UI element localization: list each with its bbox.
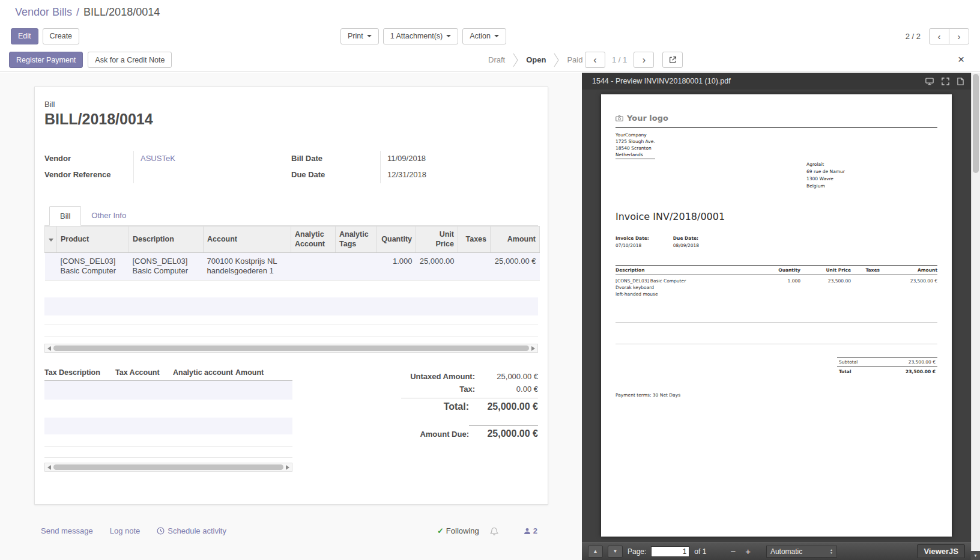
open-attachment-new-window-button[interactable] [662,52,683,68]
invoice-totals: Subtotal 23,500.00 € Total 23,500.00 € [837,357,937,376]
tax-lines-table: Tax Description Tax Account Analytic acc… [44,368,292,472]
scrollbar-thumb[interactable] [973,74,979,173]
empty-row [44,281,538,297]
page-down-button[interactable]: ▼ [608,546,623,558]
tax-horizontal-scrollbar[interactable] [44,463,292,472]
ask-credit-note-button[interactable]: Ask for a Credit Note [88,52,172,68]
tax-col-account: Tax Account [115,368,173,377]
empty-row [44,315,538,324]
page-up-button[interactable]: ▲ [588,546,603,558]
col-header-unit-price[interactable]: Unit Price [416,227,458,253]
invoice-lines-table: Product Description Account Analytic Acc… [44,226,540,281]
page-number-input[interactable] [651,546,689,557]
create-button[interactable]: Create [43,28,80,44]
edit-button[interactable]: Edit [11,28,38,44]
breadcrumb-current: BILL/2018/0014 [83,6,160,19]
col-header-taxes[interactable]: Taxes [458,227,491,253]
form-view: Bill BILL/2018/0014 Vendor ASUSTeK Vendo… [0,73,582,560]
print-menu-button[interactable]: Print [340,28,379,44]
cell-analytic-account [291,252,336,281]
scroll-right-icon[interactable] [286,465,289,470]
pdf-page: Your logo YourCompany 1725 Slough Ave. 1… [601,94,952,537]
attachments-menu-label: 1 Attachment(s) [390,32,443,40]
vendor-label: Vendor [44,151,133,167]
tax-value: 0.00 € [475,385,538,394]
scroll-left-icon[interactable] [47,346,51,351]
status-draft[interactable]: Draft [480,55,513,64]
tax-col-amount: Amount [235,368,292,377]
scrollbar-thumb[interactable] [53,464,283,470]
zoom-select[interactable]: Automatic ▲▼ [766,546,837,558]
download-document-icon[interactable] [957,78,964,85]
sheet-bottom-section: Tax Description Tax Account Analytic acc… [44,368,538,472]
pdf-viewport[interactable]: Your logo YourCompany 1725 Slough Ave. 1… [582,90,971,542]
untaxed-amount-value: 25,000.00 € [475,372,538,381]
zoom-in-button[interactable]: + [743,547,753,556]
statusbar-arrow-icon [513,52,518,68]
log-note-button[interactable]: Log note [110,526,141,535]
schedule-activity-button[interactable]: Schedule activity [157,526,226,535]
company-logo-text: Your logo [627,114,668,123]
presentation-mode-icon[interactable] [925,78,934,85]
empty-row [44,297,538,315]
action-menu-button[interactable]: Action [462,28,506,44]
field-group-left: Vendor ASUSTeK Vendor Reference [44,151,285,183]
following-toggle[interactable]: ✓Following [437,526,479,535]
pdf-preview-panel: 1544 - Preview INVINV20180001 (10).pdf [582,73,971,560]
bill-date-field[interactable]: 11/09/2018 [380,151,531,167]
cell-amount: 25,000.00 € [491,252,540,281]
attachments-menu-button[interactable]: 1 Attachment(s) [383,28,459,44]
window-scrollbar[interactable]: ▼ [971,73,980,560]
register-payment-button[interactable]: Register Payment [9,52,83,68]
breadcrumb-parent-link[interactable]: Vendor Bills [15,6,72,19]
scroll-right-icon[interactable] [531,346,535,351]
col-header-description[interactable]: Description [129,227,204,253]
zoom-out-button[interactable]: − [728,547,738,556]
statusbar-states: Draft Open Paid [480,48,590,72]
close-preview-button[interactable]: × [958,53,964,65]
page-of-label: of 1 [694,547,706,556]
send-message-button[interactable]: Send message [41,526,93,535]
col-header-account[interactable]: Account [204,227,291,253]
chevron-left-icon: ‹ [593,55,596,65]
form-statusbar: Register Payment Ask for a Credit Note D… [0,48,980,72]
field-groups: Vendor ASUSTeK Vendor Reference Bill Dat… [44,151,538,183]
cell-quantity: 1.000 [377,252,416,281]
empty-row [44,447,292,458]
record-pager-count: 2 / 2 [906,32,921,41]
col-header-product[interactable]: Product [57,227,129,253]
col-header-amount[interactable]: Amount [491,227,540,253]
pager-next-button[interactable]: › [949,28,969,44]
status-open[interactable]: Open [518,55,554,64]
totals-panel: Untaxed Amount: 25,000.00 € Tax: 0.00 € … [401,368,538,472]
cell-unit-price: 25,000.00 [416,252,458,281]
vendor-reference-field[interactable] [133,167,285,183]
empty-row [44,324,538,336]
col-header-analytic-account[interactable]: Analytic Account [291,227,336,253]
col-header-quantity[interactable]: Quantity [377,227,416,253]
attachment-next-button[interactable]: › [634,52,654,68]
invoice-pdf-table: Description Quantity Unit Price Taxes Am… [616,265,937,297]
pager-previous-button[interactable]: ‹ [929,28,949,44]
invoice-line-row[interactable]: [CONS_DEL03] Basic Computer [CONS_DEL03]… [45,252,540,281]
scrollbar-thumb[interactable] [53,345,529,351]
tab-other-info[interactable]: Other Info [81,206,136,225]
attachment-previous-button[interactable]: ‹ [585,52,605,68]
due-date-field[interactable]: 12/31/2018 [380,167,531,183]
notebook-tabs: Bill Other Info [44,206,538,226]
fullscreen-icon[interactable] [942,78,949,85]
column-toggle-header[interactable] [45,227,57,253]
document-type-label: Bill [44,100,538,109]
lines-horizontal-scrollbar[interactable] [44,344,538,353]
chevron-down-icon [446,35,451,37]
col-header-analytic-tags[interactable]: Analytic Tags [336,227,377,253]
payment-terms: Payment terms: 30 Net Days [616,392,937,398]
followers-button[interactable]: 2 [524,526,537,535]
scroll-left-icon[interactable] [47,465,51,470]
check-icon: ✓ [437,526,444,535]
tab-bill[interactable]: Bill [49,206,81,226]
bell-icon[interactable] [490,527,498,535]
scroll-down-icon[interactable]: ▼ [971,551,980,560]
vendor-field[interactable]: ASUSTeK [141,154,175,163]
totals-divider [401,398,538,398]
